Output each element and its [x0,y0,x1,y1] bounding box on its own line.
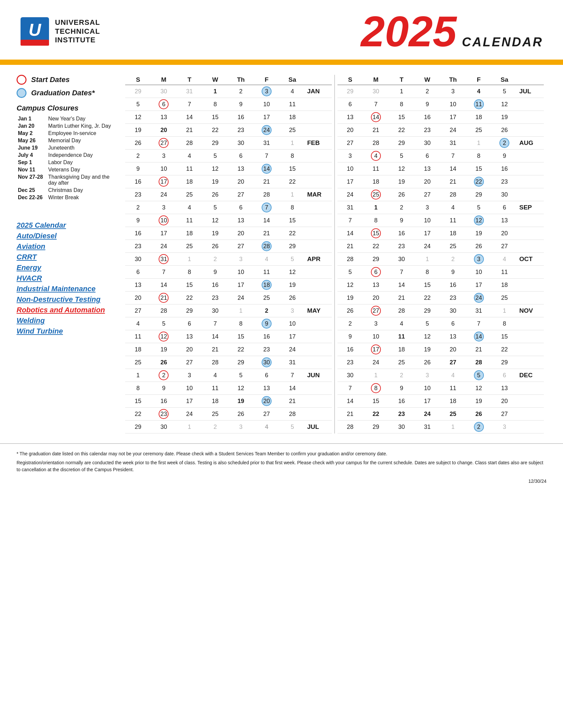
cal-day: 17 [151,227,177,240]
nav-links: 2025 CalendarAuto/DieselAviationCRRTEner… [17,221,113,336]
cal-day: 9 [389,214,415,227]
cal-day: 6 [254,369,279,382]
cal-day: 15 [202,111,228,123]
cal-day: 2 [254,304,279,317]
cal-day: 12 [202,214,228,227]
cal-day: 4 [492,253,517,265]
closure-name: Thanksgiving Day and the day after [47,173,113,187]
cal-day: 29 [389,137,415,149]
cal-day: 6 [440,317,466,330]
cal-day: 18 [492,279,517,291]
cal-day: 10 [363,330,389,343]
cal-day: 26 [279,292,305,304]
cal-day: 24 [363,356,389,369]
cal-day: 21 [389,292,415,304]
cal-day: 9 [414,98,440,111]
dow-th2: Th [440,76,466,83]
closure-date: Dec 22-26 [17,194,47,201]
month-label: NOV [517,307,544,314]
cal-day: 2 [440,253,466,265]
cal-day: 4 [254,421,279,433]
cal-day: 12 [279,266,305,278]
closure-row: Jan 1New Year's Day [17,115,113,122]
cal-day: 20 [492,395,517,407]
cal-week: 22232425262728 [125,408,332,421]
nav-link-2025-calendar[interactable]: 2025 Calendar [17,221,113,230]
cal-day: 16 [389,395,415,407]
cal-day: 18 [389,343,415,356]
cal-week: 2345678 [125,201,332,214]
cal-day: 12 [228,382,254,394]
grad-date-circle-icon [17,88,26,98]
cal-day: 9 [125,162,151,175]
cal-week: 567891011 [338,266,544,279]
nav-link-welding[interactable]: Welding [17,316,113,325]
cal-day: 14 [176,111,202,123]
nav-link-industrial-maintenance[interactable]: Industrial Maintenance [17,285,113,293]
nav-link-robotics-and-automation[interactable]: Robotics and Automation [17,306,113,314]
cal-day: 31 [254,137,279,149]
cal-day: 29 [338,85,363,98]
cal-week: 20212223242526 [125,292,332,304]
nav-link-wind-turbine[interactable]: Wind Turbine [17,327,113,336]
cal-day: 24 [338,188,363,201]
cal-day: 19 [202,227,228,240]
nav-link-aviation[interactable]: Aviation [17,242,113,251]
nav-link-hvacr[interactable]: HVACR [17,274,113,283]
cal-day: 12 [125,111,151,123]
cal-week: 19202122232425 [125,124,332,137]
cal-day: 6 [176,317,202,330]
cal-day: 8 [466,150,492,162]
cal-day: 11 [176,214,202,227]
cal-day: 17 [176,395,202,407]
cal-week: 78910111213 [338,382,544,395]
nav-link-crrt[interactable]: CRRT [17,253,113,261]
cal-day: 27 [492,240,517,252]
cal-day: 20 [176,343,202,356]
cal-day: 14 [363,111,389,123]
cal-day: 26 [414,356,440,369]
cal-week: 78910111213 [338,214,544,227]
cal-day: 31 [440,137,466,149]
cal-day: 30 [389,253,415,265]
cal-day: 3 [414,201,440,214]
cal-day: 21 [279,395,305,407]
cal-day: 14 [254,162,279,175]
cal-day: 15 [389,111,415,123]
cal-day: 9 [202,266,228,278]
dow-m2: M [363,76,389,83]
cal-day: 22 [492,343,517,356]
cal-day: 25 [125,356,151,369]
closure-row: May 26Memorial Day [17,137,113,144]
cal-day: 29 [202,137,228,149]
cal-day: 21 [176,124,202,136]
cal-day: 28 [279,408,305,420]
cal-day: 1 [492,304,517,317]
cal-day: 26 [466,408,492,420]
cal-week: 15161718192021 [125,395,332,408]
date-stamp: 12/30/24 [0,478,563,487]
nav-link-non-destructive-testing[interactable]: Non-Destructive Testing [17,295,113,304]
dow-month1 [305,76,332,83]
nav-link-energy[interactable]: Energy [17,263,113,272]
cal-day: 14 [466,330,492,343]
closure-name: Christmas Day [47,187,113,194]
closure-date: Jan 20 [17,122,47,130]
cal-day: 30 [202,304,228,317]
cal-day: 23 [389,240,415,252]
cal-day: 28 [389,304,415,317]
cal-day: 25 [389,356,415,369]
month-label: JUL [305,423,332,431]
cal-week: 293012345JUL [338,85,544,98]
cal-day: 29 [176,304,202,317]
cal-day: 26 [202,188,228,201]
cal-week: 1234567JUN [125,369,332,382]
cal-week: 891011121314 [125,382,332,395]
cal-day: 13 [125,279,151,291]
cal-day: 10 [466,266,492,278]
cal-day: 13 [414,162,440,175]
closure-name: Martin Luther King, Jr. Day [47,122,113,130]
nav-link-autodiesel[interactable]: Auto/Diesel [17,232,113,240]
month-label: MAY [305,307,332,314]
cal-day: 1 [389,85,415,98]
